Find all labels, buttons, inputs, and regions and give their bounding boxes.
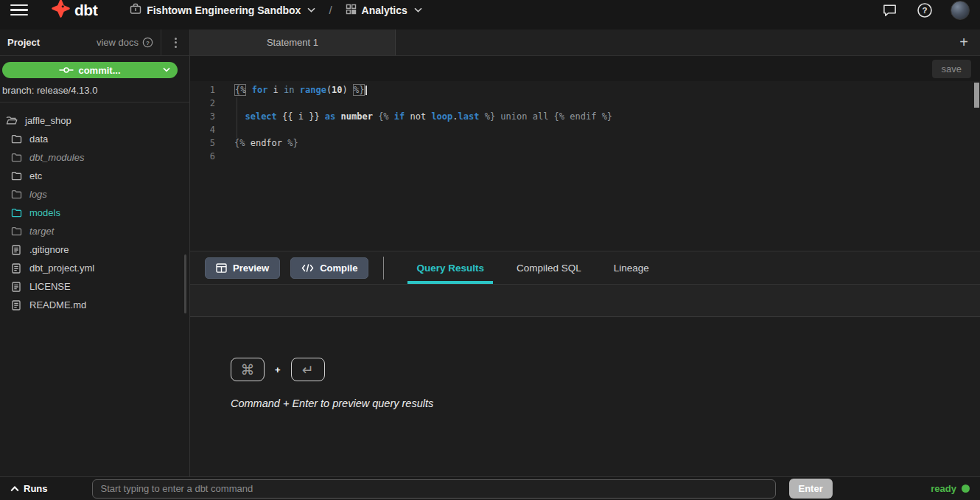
tree-item-label: README.md	[29, 299, 86, 310]
runs-label: Runs	[24, 483, 48, 494]
sidebar-header: Project view docs ?	[0, 29, 189, 56]
view-docs-button[interactable]: view docs ?	[97, 37, 161, 48]
chevron-down-icon	[307, 7, 315, 13]
code-lines: 1{% for i in range(10) %}23 select {{ i …	[190, 83, 980, 163]
sidebar-scrollbar[interactable]	[184, 254, 186, 313]
tree-item-label: target	[29, 226, 54, 237]
tree-item-README.md[interactable]: README.md	[0, 296, 189, 314]
tree-item-dbt_project.yml[interactable]: dbt_project.yml	[0, 259, 189, 277]
command-key-icon: ⌘	[231, 358, 265, 381]
editor-toolbar: save	[190, 56, 980, 81]
git-commit-icon	[59, 66, 74, 74]
user-avatar[interactable]	[951, 1, 970, 20]
hamburger-menu-icon[interactable]	[10, 4, 28, 16]
sidebar-kebab-menu[interactable]	[161, 38, 189, 48]
chevron-up-icon	[10, 486, 19, 492]
dbt-logo[interactable]: dbt	[52, 0, 97, 21]
tree-item-LICENSE[interactable]: LICENSE	[0, 277, 189, 296]
grid-icon	[346, 4, 357, 17]
results-tabs: Query ResultsCompiled SQLLineage	[400, 251, 665, 284]
folder-icon	[10, 134, 22, 144]
tree-item-models[interactable]: models	[0, 204, 189, 222]
ide-status: ready	[931, 483, 970, 494]
line-number: 1	[190, 83, 224, 97]
tree-item-etc[interactable]: etc	[0, 167, 189, 185]
code-line: 6	[190, 150, 980, 163]
compile-button[interactable]: Compile	[290, 257, 368, 279]
commit-button[interactable]: commit...	[2, 62, 178, 78]
file-icon	[10, 263, 22, 274]
folder-icon	[10, 171, 22, 181]
code-line: 3 select {{ i }} as number {% if not loo…	[190, 110, 980, 123]
branch-label: branch: release/4.13.0	[2, 85, 189, 96]
code-text: {% endfor %}	[234, 136, 298, 150]
toolbar-divider	[383, 257, 384, 279]
tab-statement-1-label: Statement 1	[267, 37, 318, 48]
tree-item-label: dbt_modules	[29, 152, 84, 163]
code-line: 2	[190, 97, 980, 110]
dbt-command-input[interactable]	[92, 479, 776, 499]
project-switcher[interactable]: Fishtown Engineering Sandbox	[130, 3, 315, 17]
file-tree: jaffle_shopdatadbt_modulesetclogsmodelst…	[0, 103, 189, 476]
tree-item-label: logs	[29, 189, 47, 200]
code-editor[interactable]: 1{% for i in range(10) %}23 select {{ i …	[190, 81, 980, 251]
tree-item-dbt_modules[interactable]: dbt_modules	[0, 148, 189, 167]
dbt-wordmark: dbt	[74, 1, 97, 19]
editor-tab-bar: Statement 1 +	[190, 29, 980, 56]
save-button[interactable]: save	[932, 60, 971, 78]
file-icon	[10, 300, 22, 310]
chat-icon[interactable]	[882, 2, 897, 18]
sidebar-title: Project	[7, 37, 40, 48]
runs-panel-toggle[interactable]: Runs	[10, 483, 48, 494]
preview-button[interactable]: Preview	[205, 257, 280, 279]
text-cursor	[365, 86, 367, 95]
indent-guide	[237, 97, 237, 138]
help-icon[interactable]: ?	[917, 2, 933, 18]
shortcut-hint-text: Command + Enter to preview query results	[231, 397, 980, 409]
tree-item-jaffle_shop[interactable]: jaffle_shop	[0, 111, 189, 130]
results-header-band	[190, 285, 980, 317]
tree-item-target[interactable]: target	[0, 222, 189, 240]
folder-icon	[10, 153, 22, 162]
code-text: select {{ i }} as number {% if not loop.…	[234, 110, 612, 123]
tab-lineage[interactable]: Lineage	[598, 251, 665, 284]
dbt-logo-icon	[52, 0, 70, 21]
new-tab-button[interactable]: +	[948, 29, 980, 55]
code-line: 4	[190, 123, 980, 136]
view-docs-label: view docs	[97, 37, 139, 48]
ide-status-label: ready	[931, 483, 956, 494]
compile-button-label: Compile	[320, 263, 357, 274]
results-toolbar: Preview Compile Query ResultsCompiled SQ…	[190, 251, 980, 285]
tab-compiled-sql[interactable]: Compiled SQL	[500, 251, 598, 284]
help-circle-icon: ?	[142, 37, 153, 48]
folder-icon	[10, 208, 22, 218]
code-line: 1{% for i in range(10) %}	[190, 83, 980, 97]
tree-item-label: dbt_project.yml	[29, 263, 94, 274]
dbt-cloud-ide: dbt Fishtown Engineering Sandbox / Analy…	[0, 0, 980, 500]
chevron-down-icon	[414, 7, 422, 13]
briefcase-icon	[130, 3, 141, 17]
folder-icon	[10, 226, 22, 236]
tree-item-label: .gitignore	[29, 244, 69, 255]
line-number: 6	[190, 150, 224, 163]
svg-text:?: ?	[922, 6, 927, 15]
commit-button-label: commit...	[78, 65, 120, 76]
tree-item-.gitignore[interactable]: .gitignore	[0, 240, 189, 259]
folder-icon	[10, 190, 22, 199]
enter-button[interactable]: Enter	[789, 479, 833, 499]
tree-item-data[interactable]: data	[0, 130, 189, 148]
tree-item-label: etc	[29, 170, 42, 181]
tab-statement-1[interactable]: Statement 1	[190, 29, 396, 55]
sidebar: Project view docs ? commit... branch: re…	[0, 29, 190, 476]
editor-scrollbar[interactable]	[974, 83, 979, 108]
code-text: {% for i in range(10) %}	[234, 83, 367, 97]
editor-column: Statement 1 + save 1{% for i in range(10…	[190, 29, 980, 476]
environment-switcher[interactable]: Analytics	[346, 4, 422, 17]
line-number: 3	[190, 110, 224, 123]
line-number: 2	[190, 97, 224, 110]
tree-item-label: models	[29, 207, 60, 218]
tab-query-results[interactable]: Query Results	[400, 251, 500, 284]
tree-item-logs[interactable]: logs	[0, 185, 189, 204]
status-bar: Runs Enter ready	[0, 476, 980, 500]
chevron-down-icon	[163, 67, 170, 72]
